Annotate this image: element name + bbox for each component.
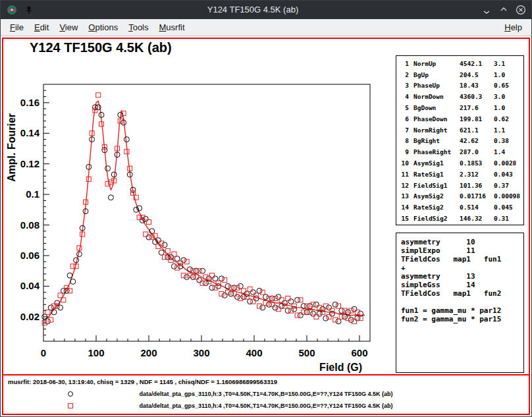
- svg-text:0.08: 0.08: [20, 219, 40, 231]
- window-title: Y124 TF150G 4.5K (ab): [40, 1, 466, 19]
- info-pad: musrfit: 2018-06-30, 13:19:40, chisq = 1…: [3, 374, 529, 414]
- param-row: 7NormRight621.11.1: [400, 125, 523, 136]
- menu-file[interactable]: File: [5, 20, 29, 34]
- param-row: 1NormUp4542.13.1: [400, 58, 523, 69]
- svg-text:200: 200: [140, 347, 157, 358]
- menu-items: FileEditViewOptionsToolsMusrfit: [5, 20, 190, 34]
- menu-view[interactable]: View: [54, 20, 83, 34]
- menu-edit[interactable]: Edit: [29, 20, 54, 34]
- svg-text:100: 100: [88, 347, 104, 358]
- theory-panel: asymmetry 10simplExpo 11TFieldCos map1 f…: [396, 233, 524, 373]
- param-row: 9PhaseRight287.01.4: [400, 146, 523, 157]
- plot-pad: Y124 TF150G 4.5K (ab) 010020030040050060…: [3, 39, 529, 374]
- svg-text:0.12: 0.12: [20, 158, 40, 169]
- minimize-button[interactable]: [480, 3, 493, 16]
- svg-text:0.06: 0.06: [20, 250, 40, 261]
- param-row: 15FieldSig2146.320.31: [400, 213, 523, 224]
- menu-tools[interactable]: Tools: [123, 20, 153, 34]
- parameter-panel: 1NormUp4542.13.12BgUp204.51.03PhaseUp18.…: [396, 55, 524, 225]
- svg-text:600: 600: [351, 347, 367, 358]
- svg-text:300: 300: [193, 347, 209, 358]
- svg-text:500: 500: [298, 347, 315, 358]
- root-canvas[interactable]: Y124 TF150G 4.5K (ab) 010020030040050060…: [2, 38, 530, 415]
- theory-line: fun1 = gamma_mu * par12: [401, 306, 523, 315]
- theory-line: +: [401, 264, 523, 272]
- param-row: 10AsymSig10.18530.0028: [400, 157, 523, 169]
- maximize-button[interactable]: [497, 3, 510, 16]
- param-row: 11RateSig12.3120.043: [400, 169, 523, 180]
- legend-text: data/deltat_pta_gps_3110,h:3 ,T0=4.50K,T…: [3, 388, 529, 400]
- svg-text:0.1: 0.1: [26, 188, 40, 200]
- svg-text:0: 0: [41, 347, 46, 358]
- app-icon[interactable]: [6, 4, 18, 16]
- close-button[interactable]: [514, 3, 527, 16]
- param-row: 13AsymSig20.017160.00098: [400, 191, 523, 202]
- titlebar: Y124 TF150G 4.5K (ab): [1, 1, 531, 19]
- param-row: 2BgUp204.51.0: [400, 69, 523, 80]
- legend-row: data/deltat_pta_gps_3110,h:4 ,T0=4.50K,T…: [3, 400, 529, 412]
- theory-line: asymmetry 10: [401, 238, 523, 246]
- svg-text:400: 400: [246, 347, 262, 358]
- param-row: 3PhaseUp18.430.65: [400, 80, 523, 92]
- theory-line: [401, 298, 523, 306]
- legend-row: data/deltat_pta_gps_3110,h:3 ,T0=4.50K,T…: [3, 388, 529, 400]
- param-row: 5BgDown217.61.0: [400, 102, 523, 113]
- plot-svg[interactable]: 01002003004005006000.020.040.060.080.10.…: [3, 39, 398, 375]
- param-row: 14RateSig20.5140.045: [400, 202, 523, 213]
- theory-line: fun2 = gamma_mu * par15: [401, 315, 523, 323]
- svg-text:Ampl. Fourier: Ampl. Fourier: [6, 113, 17, 182]
- menu-help[interactable]: Help: [499, 20, 527, 34]
- fit-stats: musrfit: 2018-06-30, 13:19:40, chisq = 1…: [8, 378, 277, 385]
- svg-text:0.16: 0.16: [20, 97, 40, 108]
- theory-line: simpleGss 14: [401, 281, 523, 289]
- param-row: 8BgRight42.620.38: [400, 136, 523, 147]
- window-controls: [480, 1, 527, 19]
- param-row: 6PhaseDown199.810.62: [400, 113, 523, 125]
- svg-text:0.04: 0.04: [20, 280, 40, 291]
- legend-text: data/deltat_pta_gps_3110,h:4 ,T0=4.50K,T…: [3, 400, 529, 412]
- svg-text:0.14: 0.14: [20, 127, 40, 138]
- theory-line: asymmetry 13: [401, 272, 523, 281]
- theory-line: TFieldCos map1 fun1: [401, 255, 523, 264]
- theory-line: TFieldCos map1 fun2: [401, 289, 523, 298]
- svg-text:0.02: 0.02: [20, 311, 40, 322]
- param-row: 4NormDown4360.33.0: [400, 91, 523, 102]
- svg-text:Field (G): Field (G): [319, 362, 362, 373]
- application-window: { "window": { "title": "Y124 TF150G 4.5K…: [0, 0, 532, 417]
- menubar: FileEditViewOptionsToolsMusrfit Help: [1, 19, 531, 36]
- menu-musrfit[interactable]: Musrfit: [154, 20, 190, 34]
- param-row: 12FieldSig1101.360.37: [400, 180, 523, 191]
- menu-options[interactable]: Options: [83, 20, 123, 34]
- pin-icon[interactable]: [23, 4, 35, 16]
- theory-line: simplExpo 11: [401, 246, 523, 255]
